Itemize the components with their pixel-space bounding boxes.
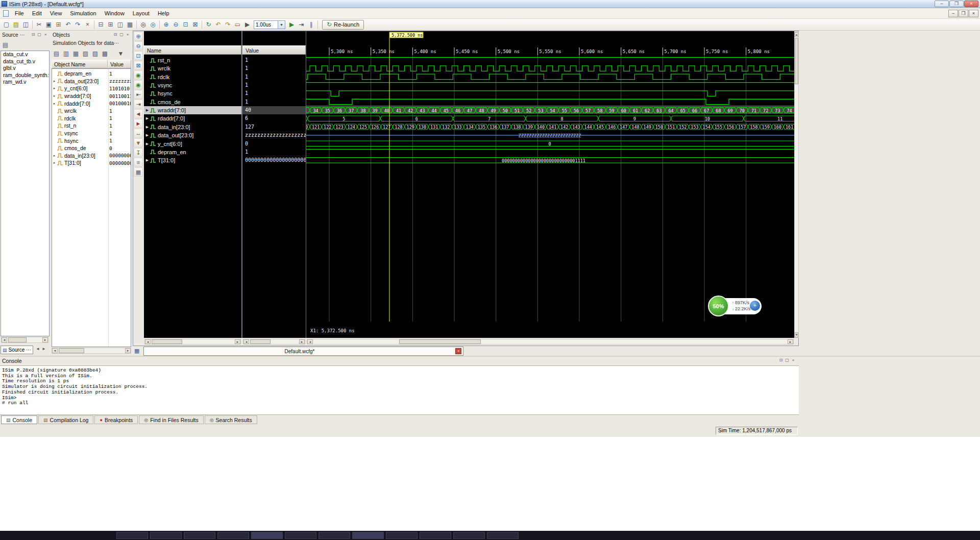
scroll-arrow-icon[interactable]: ◄ [243,339,249,344]
scroll-thumb[interactable] [250,339,271,344]
objects-hscrollbar[interactable]: ◄► [52,348,131,354]
wave-signal-T[31:0][interactable]: ▶T[31:0] [144,156,241,164]
minimize-button[interactable]: – [935,1,949,7]
expand-arrow-icon[interactable]: ▶ [145,125,150,129]
wave-signal-data_out[23:0][interactable]: ▶data_out[23:0] [144,131,241,139]
tab-scroll-left-icon[interactable]: ◄ [36,347,40,351]
run-time-value[interactable]: 1.00us [254,20,278,29]
wave-signal-wraddr[7:0][interactable]: ▶wraddr[7:0] [144,106,241,114]
source-hscrollbar[interactable]: ◄► [1,337,48,343]
objects-view-5-button[interactable]: ▨ [90,49,100,59]
objects-column-value[interactable]: Value [108,60,131,68]
taskbar-item[interactable] [150,532,182,539]
taskbar-item[interactable] [487,532,519,539]
float-button[interactable]: ⊡ [112,32,118,38]
cascade-windows-button[interactable]: ⊟ [96,20,106,30]
expand-arrow-icon[interactable]: ▸ [52,102,57,106]
wave-options-button[interactable]: ▦ [134,167,143,177]
wave-signal-vsync[interactable]: vsync [144,81,241,89]
source-file-data_cut.v[interactable]: data_cut.v [1,51,49,58]
scroll-arrow-icon[interactable]: ► [42,337,48,342]
open-file-button[interactable]: ▤ [11,20,21,30]
object-row-rdclk[interactable]: rdclk1 [52,115,131,122]
objects-view-4-button[interactable]: ▧ [81,49,90,59]
scroll-arrow-icon[interactable]: ▼ [795,332,798,337]
step-button[interactable]: ⇥ [297,20,306,30]
paste-button[interactable]: ⊞ [54,20,63,30]
tab-breakpoints[interactable]: ●Breakpoints [94,415,138,424]
mdi-close-button[interactable]: × [969,10,978,17]
taskbar-item[interactable] [184,532,215,539]
wave-values-hscrollbar[interactable]: ◄► [243,339,305,345]
expand-arrow-icon[interactable]: ▸ [52,86,57,90]
scroll-arrow-icon[interactable]: ◄ [2,337,7,342]
wave-zoom-out-button[interactable]: ⊖ [134,41,143,51]
zoom-out-button[interactable]: ⊖ [171,20,181,30]
expand-arrow-icon[interactable]: ▶ [145,133,150,137]
source-view-button[interactable]: ▤ [1,40,10,50]
mdi-maximize-button[interactable]: ❐ [959,10,968,17]
wave-signal-rdclk[interactable]: rdclk [144,73,241,81]
source-file-data_cut_tb.v[interactable]: data_cut_tb.v [1,58,49,65]
go-forward-button[interactable]: ↷ [223,20,233,30]
close-button[interactable]: × [964,1,978,7]
menu-view[interactable]: View [46,9,66,18]
tab-find-in-files-results[interactable]: ◎Find in Files Results [139,415,203,424]
maximize-button[interactable]: ❐ [949,1,964,7]
zoom-selection-button[interactable]: ⊠ [190,20,200,30]
source-file-ram_double_synth.v[interactable]: ram_double_synth.v [1,72,49,79]
scroll-thumb[interactable] [399,339,481,344]
new-file-button[interactable]: ▢ [2,20,11,30]
menu-file[interactable]: File [11,9,28,18]
objects-view-1-button[interactable]: ▤ [52,49,61,59]
close-button[interactable]: × [790,358,796,363]
object-row-hsync[interactable]: hsync1 [52,137,131,144]
taskbar-item[interactable] [217,532,249,539]
object-row-vsync[interactable]: vsync1 [52,130,131,137]
zoom-in-button[interactable]: ⊕ [161,20,171,30]
go-back-button[interactable]: ↶ [213,20,223,30]
expand-arrow-icon[interactable]: ▶ [145,108,150,112]
taskbar-item[interactable] [352,532,384,539]
tab-default-wcfg[interactable]: Default.wcfg* × [143,347,463,356]
expand-arrow-icon[interactable]: ▸ [52,154,57,158]
add-marker-button[interactable]: ▼ [134,138,143,148]
tab-source[interactable]: ▤ Source ··· [1,346,33,354]
object-row-wraddr[7:0][interactable]: ▸wraddr[7:0]00110011 [52,92,131,100]
wave-vscrollbar[interactable]: ▲▼ [794,32,799,338]
float-button[interactable]: ⊡ [30,32,36,38]
expand-arrow-icon[interactable]: ▸ [52,94,57,98]
run-for-time-button[interactable]: ▶ [287,20,297,30]
show-grid-button[interactable]: ≡ [134,158,143,167]
scroll-arrow-icon[interactable]: ► [788,339,793,344]
chevron-down-icon[interactable]: ▼ [278,20,285,29]
scroll-arrow-icon[interactable]: ► [235,339,240,344]
scroll-thumb[interactable] [152,339,182,344]
objects-filter-button[interactable]: ▼ [116,49,126,59]
scroll-thumb[interactable] [8,337,27,342]
objects-view-2-button[interactable]: ▥ [61,49,71,59]
tab-compilation-log[interactable]: ▤Compilation Log [38,415,93,424]
delete-button[interactable]: × [83,20,92,30]
next-marker-button[interactable]: ► [134,119,143,128]
wave-signal-cmos_de[interactable]: cmos_de [144,98,241,106]
object-row-y_cnt[6:0][interactable]: ▸y_cnt[6:0]1101010 [52,85,131,92]
object-row-data_out[23:0][interactable]: ▸data_out[23:0]zzzzzzzzzzzzzzzzzzzzzzzz [52,78,131,85]
close-icon[interactable]: × [455,348,461,354]
objects-view-6-button[interactable]: ▩ [100,49,110,59]
objects-view-3-button[interactable]: ▦ [71,49,81,59]
stop-button[interactable]: ▭ [233,20,242,30]
taskbar-item[interactable] [453,532,485,539]
close-button[interactable]: × [42,32,48,38]
scroll-arrow-icon[interactable]: ▲ [795,32,798,37]
wave-signal-data_in[23:0][interactable]: ▶data_in[23:0] [144,123,241,131]
wave-signal-rst_n[interactable]: rst_n [144,56,241,64]
objects-column-name[interactable]: Object Name [52,60,108,68]
tab-search-results[interactable]: ◎Search Results [205,415,257,424]
maximize-button[interactable]: ▢ [118,32,125,38]
find-button[interactable]: ◎ [138,20,148,30]
expand-arrow-icon[interactable]: ▸ [52,79,57,83]
scroll-arrow-icon[interactable]: ◄ [145,339,151,344]
mdi-minimize-button[interactable]: – [948,10,958,17]
wave-signal-depram_en[interactable]: depram_en [144,148,241,156]
